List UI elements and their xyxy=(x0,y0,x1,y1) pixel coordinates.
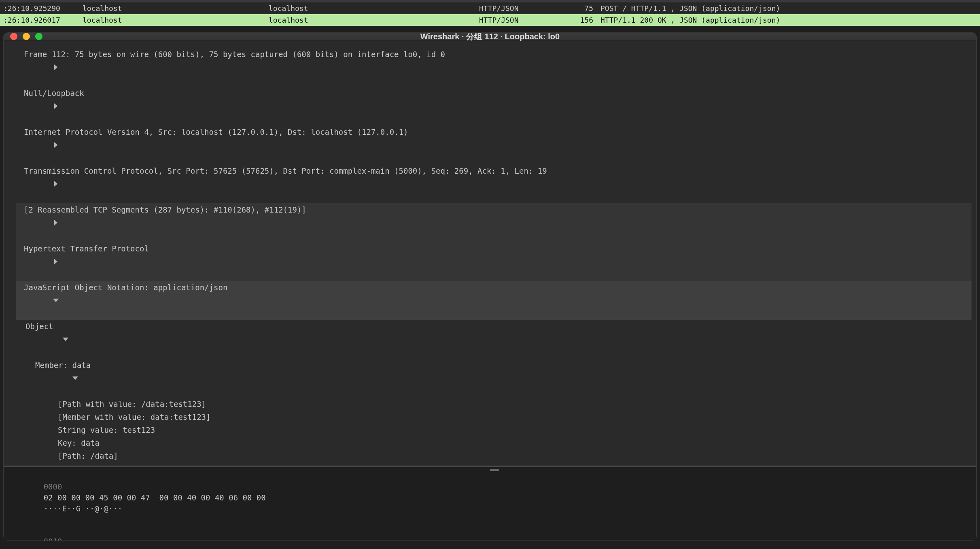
tree-label: Hypertext Transfer Protocol xyxy=(24,242,149,255)
tree-label: [Path with value: /data:test123] xyxy=(58,398,206,411)
chevron-right-icon[interactable] xyxy=(16,203,24,242)
cell-src: localhost xyxy=(83,14,269,26)
hex-dump[interactable]: 0000 02 00 00 00 45 00 00 47 00 00 40 00… xyxy=(4,466,976,541)
packet-row[interactable]: :26:10.925290 localhost localhost HTTP/J… xyxy=(0,2,980,14)
tree-label: Transmission Control Protocol, Src Port:… xyxy=(24,164,547,177)
cell-info: POST / HTTP/1.1 , JSON (application/json… xyxy=(600,2,978,14)
hex-offset: 0010 xyxy=(44,536,73,541)
hex-row[interactable]: 0000 02 00 00 00 45 00 00 47 00 00 40 00… xyxy=(16,470,972,525)
cell-time: :26:10.926017 xyxy=(2,14,83,26)
cell-proto: HTTP/JSON xyxy=(479,14,560,26)
tree-label: Key: data xyxy=(58,436,100,449)
chevron-right-icon[interactable] xyxy=(16,126,24,164)
hex-offset: 0000 xyxy=(44,481,73,492)
maximize-icon[interactable] xyxy=(35,33,42,40)
chevron-down-icon[interactable] xyxy=(16,359,35,398)
chevron-right-icon[interactable] xyxy=(16,48,24,87)
tree-item-tcp[interactable]: Transmission Control Protocol, Src Port:… xyxy=(16,164,972,203)
tree-item-http[interactable]: Hypertext Transfer Protocol xyxy=(16,242,972,281)
cell-proto: HTTP/JSON xyxy=(479,2,560,14)
packet-row[interactable]: :26:10.926017 localhost localhost HTTP/J… xyxy=(0,14,980,26)
tree-label: String value: test123 xyxy=(58,423,155,436)
cell-len: 156 xyxy=(560,14,600,26)
tree-label: Member: data xyxy=(35,359,91,372)
cell-time: :26:10.925290 xyxy=(2,2,83,14)
hex-bytes: 02 00 00 00 45 00 00 47 00 00 40 00 40 0… xyxy=(44,492,343,503)
chevron-down-icon[interactable] xyxy=(16,320,25,359)
packet-list: Source Destination Protocol Length Info … xyxy=(0,0,980,26)
tree-label: [Path: /data] xyxy=(58,449,118,462)
hex-row[interactable]: 0010 7f 00 00 01 7f 00 00 01 e1 19 13 88… xyxy=(16,525,972,541)
chevron-down-icon[interactable] xyxy=(16,281,24,320)
cell-src: localhost xyxy=(83,2,269,14)
tree-item-frame[interactable]: Frame 112: 75 bytes on wire (600 bits), … xyxy=(16,48,972,87)
cell-dst: localhost xyxy=(269,14,479,26)
chevron-right-icon[interactable] xyxy=(16,164,24,203)
scroll-indicator-icon xyxy=(490,469,499,471)
hex-ascii: ····E··G ··@·@··· xyxy=(44,503,122,514)
tree-label: JavaScript Object Notation: application/… xyxy=(24,281,227,294)
cell-dst: localhost xyxy=(269,2,479,14)
protocol-tree: Frame 112: 75 bytes on wire (600 bits), … xyxy=(4,40,976,466)
packet-detail-window: Wireshark · 分组 112 · Loopback: lo0 Frame… xyxy=(3,32,977,541)
tree-item-nullloopback[interactable]: Null/Loopback xyxy=(16,87,972,126)
tree-item-json[interactable]: JavaScript Object Notation: application/… xyxy=(16,281,972,320)
window-controls xyxy=(4,33,42,40)
tree-item-member[interactable]: Member: data xyxy=(16,359,972,398)
tree-item-string-value[interactable]: String value: test123 xyxy=(16,423,972,436)
tree-item-ipv4[interactable]: Internet Protocol Version 4, Src: localh… xyxy=(16,126,972,164)
tree-label: Frame 112: 75 bytes on wire (600 bits), … xyxy=(24,48,445,61)
tree-item-key[interactable]: Key: data xyxy=(16,436,972,449)
tree-item-path[interactable]: [Path: /data] xyxy=(16,449,972,462)
tree-item-path-with-value[interactable]: [Path with value: /data:test123] xyxy=(16,398,972,411)
window-title: Wireshark · 分组 112 · Loopback: lo0 xyxy=(4,32,976,42)
tree-label: Null/Loopback xyxy=(24,87,84,100)
tree-label: Object xyxy=(25,320,53,333)
tree-label: [2 Reassembled TCP Segments (287 bytes):… xyxy=(24,203,306,216)
tree-label: Internet Protocol Version 4, Src: localh… xyxy=(24,126,408,138)
cell-info: HTTP/1.1 200 OK , JSON (application/json… xyxy=(600,14,978,26)
titlebar[interactable]: Wireshark · 分组 112 · Loopback: lo0 xyxy=(4,33,976,40)
cell-len: 75 xyxy=(560,2,600,14)
close-icon[interactable] xyxy=(10,33,17,40)
chevron-right-icon[interactable] xyxy=(16,87,24,126)
chevron-right-icon[interactable] xyxy=(16,242,24,281)
minimize-icon[interactable] xyxy=(23,33,30,40)
tree-item-object[interactable]: Object xyxy=(16,320,972,359)
tree-item-member-with-value[interactable]: [Member with value: data:test123] xyxy=(16,411,972,423)
tree-item-reassembled[interactable]: [2 Reassembled TCP Segments (287 bytes):… xyxy=(16,203,972,242)
tree-label: [Member with value: data:test123] xyxy=(58,411,211,423)
